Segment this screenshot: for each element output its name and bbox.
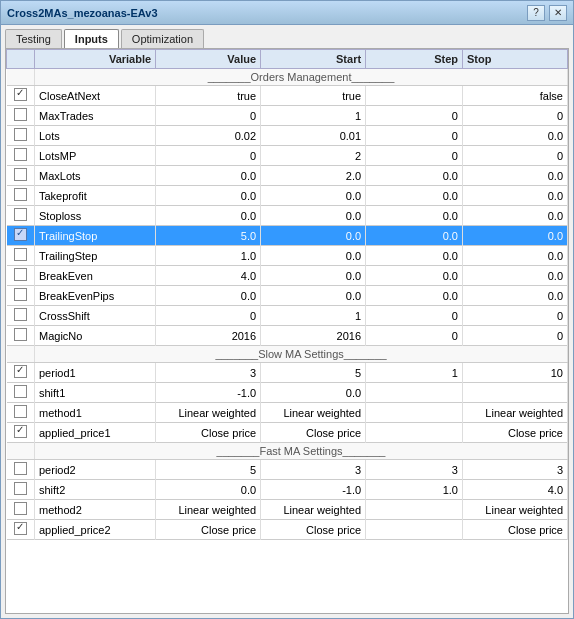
stop-cell[interactable]: 10 <box>462 363 567 383</box>
start-cell[interactable]: 0.0 <box>261 286 366 306</box>
tab-inputs[interactable]: Inputs <box>64 29 119 48</box>
start-cell[interactable]: 5 <box>261 363 366 383</box>
stop-cell[interactable]: 0.0 <box>462 286 567 306</box>
step-cell[interactable]: 0.0 <box>366 166 463 186</box>
row-checkbox[interactable] <box>14 425 27 438</box>
row-checkbox[interactable] <box>14 248 27 261</box>
start-cell[interactable]: 0.0 <box>261 226 366 246</box>
step-cell[interactable]: 0 <box>366 146 463 166</box>
row-checkbox[interactable] <box>14 108 27 121</box>
stop-cell[interactable]: Close price <box>462 520 567 540</box>
start-cell[interactable]: 0.0 <box>261 383 366 403</box>
stop-cell[interactable]: 0.0 <box>462 186 567 206</box>
start-cell[interactable]: true <box>261 86 366 106</box>
start-cell[interactable]: Close price <box>261 423 366 443</box>
step-cell[interactable]: 0 <box>366 126 463 146</box>
step-cell[interactable]: 0.0 <box>366 286 463 306</box>
stop-cell[interactable]: 0.0 <box>462 266 567 286</box>
value-cell[interactable]: 0.0 <box>156 206 261 226</box>
row-checkbox[interactable] <box>14 522 27 535</box>
start-cell[interactable]: 0.0 <box>261 206 366 226</box>
row-checkbox[interactable] <box>14 385 27 398</box>
help-button[interactable]: ? <box>527 5 545 21</box>
stop-cell[interactable]: 3 <box>462 460 567 480</box>
stop-cell[interactable]: 0 <box>462 146 567 166</box>
value-cell[interactable]: 0.0 <box>156 286 261 306</box>
row-checkbox[interactable] <box>14 462 27 475</box>
step-cell[interactable] <box>366 520 463 540</box>
stop-cell[interactable]: 0.0 <box>462 226 567 246</box>
start-cell[interactable]: 0.01 <box>261 126 366 146</box>
row-checkbox[interactable] <box>14 502 27 515</box>
row-checkbox[interactable] <box>14 228 27 241</box>
value-cell[interactable]: 0.0 <box>156 186 261 206</box>
stop-cell[interactable]: Close price <box>462 423 567 443</box>
start-cell[interactable]: 3 <box>261 460 366 480</box>
start-cell[interactable]: 1 <box>261 106 366 126</box>
value-cell[interactable]: 0 <box>156 106 261 126</box>
start-cell[interactable]: 2016 <box>261 326 366 346</box>
value-cell[interactable]: 4.0 <box>156 266 261 286</box>
row-checkbox[interactable] <box>14 148 27 161</box>
row-checkbox[interactable] <box>14 365 27 378</box>
stop-cell[interactable]: 0 <box>462 306 567 326</box>
stop-cell[interactable]: 0 <box>462 326 567 346</box>
start-cell[interactable]: Linear weighted <box>261 500 366 520</box>
row-checkbox[interactable] <box>14 328 27 341</box>
step-cell[interactable] <box>366 403 463 423</box>
step-cell[interactable]: 0.0 <box>366 206 463 226</box>
value-cell[interactable]: 3 <box>156 363 261 383</box>
start-cell[interactable]: 0.0 <box>261 246 366 266</box>
row-checkbox[interactable] <box>14 308 27 321</box>
tab-testing[interactable]: Testing <box>5 29 62 48</box>
row-checkbox[interactable] <box>14 168 27 181</box>
step-cell[interactable]: 0.0 <box>366 266 463 286</box>
step-cell[interactable] <box>366 423 463 443</box>
value-cell[interactable]: 5 <box>156 460 261 480</box>
stop-cell[interactable]: false <box>462 86 567 106</box>
value-cell[interactable]: 0 <box>156 146 261 166</box>
value-cell[interactable]: 5.0 <box>156 226 261 246</box>
stop-cell[interactable]: Linear weighted <box>462 500 567 520</box>
stop-cell[interactable]: Linear weighted <box>462 403 567 423</box>
stop-cell[interactable]: 4.0 <box>462 480 567 500</box>
step-cell[interactable]: 0.0 <box>366 186 463 206</box>
value-cell[interactable]: 2016 <box>156 326 261 346</box>
step-cell[interactable]: 1.0 <box>366 480 463 500</box>
row-checkbox[interactable] <box>14 208 27 221</box>
value-cell[interactable]: Close price <box>156 423 261 443</box>
step-cell[interactable] <box>366 86 463 106</box>
value-cell[interactable]: Linear weighted <box>156 403 261 423</box>
value-cell[interactable]: Close price <box>156 520 261 540</box>
step-cell[interactable]: 0.0 <box>366 226 463 246</box>
start-cell[interactable]: Linear weighted <box>261 403 366 423</box>
start-cell[interactable]: 2 <box>261 146 366 166</box>
value-cell[interactable]: 0.0 <box>156 480 261 500</box>
stop-cell[interactable]: 0.0 <box>462 246 567 266</box>
row-checkbox[interactable] <box>14 268 27 281</box>
start-cell[interactable]: Close price <box>261 520 366 540</box>
row-checkbox[interactable] <box>14 288 27 301</box>
row-checkbox[interactable] <box>14 188 27 201</box>
step-cell[interactable]: 0.0 <box>366 246 463 266</box>
stop-cell[interactable]: 0 <box>462 106 567 126</box>
value-cell[interactable]: 0.0 <box>156 166 261 186</box>
step-cell[interactable]: 1 <box>366 363 463 383</box>
row-checkbox[interactable] <box>14 482 27 495</box>
step-cell[interactable]: 3 <box>366 460 463 480</box>
value-cell[interactable]: 1.0 <box>156 246 261 266</box>
value-cell[interactable]: Linear weighted <box>156 500 261 520</box>
row-checkbox[interactable] <box>14 405 27 418</box>
step-cell[interactable] <box>366 500 463 520</box>
value-cell[interactable]: -1.0 <box>156 383 261 403</box>
step-cell[interactable]: 0 <box>366 106 463 126</box>
step-cell[interactable] <box>366 383 463 403</box>
row-checkbox[interactable] <box>14 88 27 101</box>
stop-cell[interactable]: 0.0 <box>462 206 567 226</box>
tab-optimization[interactable]: Optimization <box>121 29 204 48</box>
value-cell[interactable]: true <box>156 86 261 106</box>
close-button[interactable]: ✕ <box>549 5 567 21</box>
start-cell[interactable]: 2.0 <box>261 166 366 186</box>
stop-cell[interactable] <box>462 383 567 403</box>
step-cell[interactable]: 0 <box>366 306 463 326</box>
